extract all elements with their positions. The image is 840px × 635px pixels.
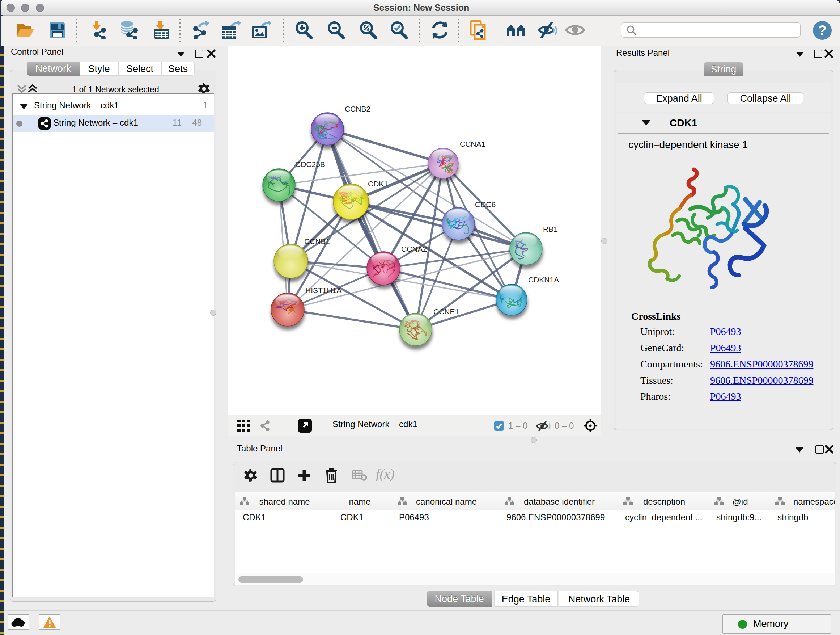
svg-text:CCNE1: CCNE1 xyxy=(433,307,459,316)
svg-text:CDC6: CDC6 xyxy=(475,200,496,209)
svg-text:CDC25B: CDC25B xyxy=(295,160,325,168)
svg-text:CCNA1: CCNA1 xyxy=(460,140,485,148)
svg-text:HIST1H1A: HIST1H1A xyxy=(305,286,341,295)
svg-text:CCNB2: CCNB2 xyxy=(345,105,370,113)
svg-text:CCNB1: CCNB1 xyxy=(304,237,330,245)
svg-text:CDKN1A: CDKN1A xyxy=(528,276,559,284)
svg-text:CDK1: CDK1 xyxy=(368,180,388,188)
svg-text:CCNA2: CCNA2 xyxy=(401,245,427,253)
svg-text:RB1: RB1 xyxy=(543,225,558,233)
